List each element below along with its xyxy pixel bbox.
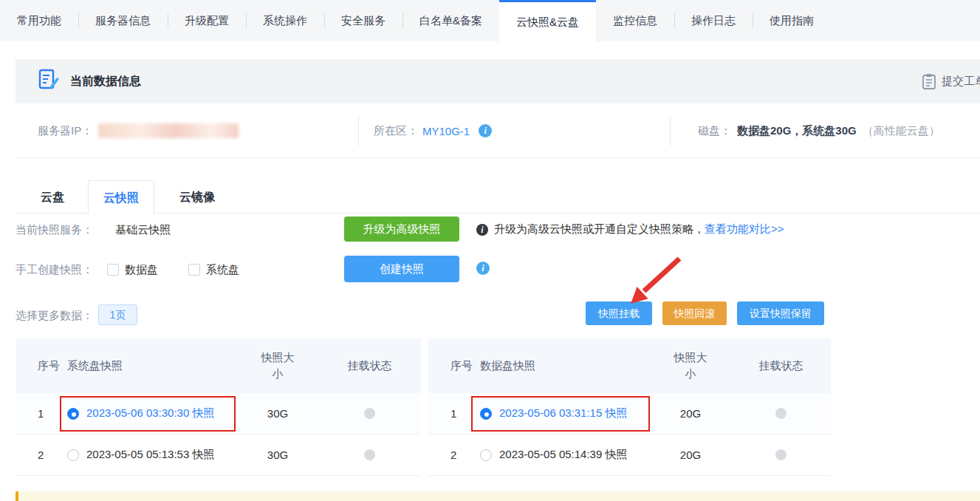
more-data-row: 选择更多数据： 1页 [16,309,980,323]
snapshot-radio[interactable] [480,449,492,461]
data-disk-option[interactable]: 数据盘 [107,263,158,277]
disk-value: 数据盘20G，系统盘30G [737,124,857,138]
nav-tab-monitor[interactable]: 监控信息 [596,0,674,41]
snapshot-size: 30G [237,407,318,420]
row-index: 2 [428,449,480,461]
snapshot-service-row: 当前快照服务： 基础云快照 升级为高级快照 i 升级为高级云快照或开通自定义快照… [16,223,980,237]
page-1-button[interactable]: 1页 [98,304,137,325]
mount-status-dot [775,408,787,419]
divider [358,116,359,146]
server-ip-label: 服务器IP： [38,124,92,138]
col-status: 挂载状态 [731,359,831,373]
upgrade-tip-text: 升级为高级云快照或开通自定义快照策略， [494,222,705,236]
create-snapshot-info-icon[interactable]: i [476,262,490,275]
nav-tab-logs[interactable]: 操作日志 [674,0,753,41]
nav-tab-common[interactable]: 常用功能 [0,0,78,41]
table-row: 2 2023-05-05 05:13:53 快照 30G [16,434,421,476]
col-index: 序号 [16,359,67,373]
system-disk-option-label: 系统盘 [206,263,239,276]
col-status: 挂载状态 [318,359,421,373]
zone-label: 所在区： [374,124,418,138]
snapshot-size: 30G [237,449,318,461]
upgrade-snapshot-button[interactable]: 升级为高级快照 [344,217,459,242]
create-snapshot-button[interactable]: 创建快照 [344,256,459,282]
snapshot-service-label: 当前快照服务： [16,223,93,236]
submit-ticket-label: 提交工单 [942,75,980,89]
col-index: 序号 [428,359,480,373]
table-row: 1 2023-05-06 03:30:30 快照 30G [16,393,421,434]
disk-field: 磁盘： 数据盘20G，系统盘30G （高性能云盘） [698,103,940,158]
table-header: 序号 数据盘快照 快照大小 挂载状态 [428,338,831,393]
mount-status-dot [364,449,375,460]
snapshot-retention-button[interactable]: 设置快照保留 [737,301,824,325]
divider [670,116,671,146]
row-index: 1 [16,407,67,420]
page-title: 当前数据信息 [70,74,141,89]
server-ip-redacted [98,123,239,138]
notice-strip [16,491,980,501]
data-snapshot-table: 序号 数据盘快照 快照大小 挂载状态 1 2023-05-06 03:31:15… [428,338,831,476]
zone-field: 所在区： MY10G-1 i [374,103,492,158]
server-ip-field: 服务器IP： [38,103,239,158]
snapshot-size: 20G [650,449,731,461]
table-row: 2 2023-05-05 05:14:39 快照 20G [428,434,831,476]
col-size: 快照大小 [650,350,731,383]
upgrade-info-icon: i [476,224,488,236]
header-bar: 当前数据信息 提交工单 [16,59,980,103]
col-name: 系统盘快照 [67,359,237,373]
nav-tab-snapshot-disk[interactable]: 云快照&云盘 [499,0,596,41]
data-disk-checkbox[interactable] [107,264,119,276]
mount-status-dot [364,408,375,419]
snapshot-rollback-button[interactable]: 快照回滚 [662,301,727,325]
col-size: 快照大小 [237,350,318,383]
mount-status-dot [775,449,787,460]
col-name: 数据盘快照 [480,359,650,373]
table-header: 序号 系统盘快照 快照大小 挂载状态 [16,338,421,393]
tab-cloud-image[interactable]: 云镜像 [165,180,230,214]
snapshot-radio[interactable] [67,408,79,420]
system-disk-option[interactable]: 系统盘 [188,263,239,277]
disk-label: 磁盘： [698,124,731,138]
snapshot-radio[interactable] [67,449,79,461]
disk-note: （高性能云盘） [863,124,940,138]
snapshot-size: 20G [650,407,731,420]
table-row: 1 2023-05-06 03:31:15 快照 20G [428,393,831,434]
snapshot-name[interactable]: 2023-05-05 05:14:39 快照 [499,448,627,462]
nav-tab-security[interactable]: 安全服务 [324,0,402,41]
nav-tab-whitelist[interactable]: 白名单&备案 [402,0,499,41]
row-index: 1 [428,407,480,420]
nav-tab-guide[interactable]: 使用指南 [753,0,831,41]
snapshot-radio[interactable] [480,408,492,420]
nav-tab-server-info[interactable]: 服务器信息 [78,0,168,41]
nav-tab-upgrade[interactable]: 升级配置 [168,0,246,41]
snapshot-name-link[interactable]: 2023-05-06 03:30:30 快照 [86,406,214,420]
system-snapshot-table: 序号 系统盘快照 快照大小 挂载状态 1 2023-05-06 03:30:30… [16,338,421,476]
snapshot-mount-button[interactable]: 快照挂载 [586,301,652,325]
top-nav: 常用功能 服务器信息 升级配置 系统操作 安全服务 白名单&备案 云快照&云盘 … [0,0,980,41]
snapshot-name-link[interactable]: 2023-05-06 03:31:15 快照 [499,406,627,420]
sub-tabs: 云盘 云快照 云镜像 [16,180,980,214]
tab-cloud-snapshot[interactable]: 云快照 [88,180,154,214]
snapshot-service-value: 基础云快照 [115,223,171,236]
nav-tab-system-ops[interactable]: 系统操作 [246,0,324,41]
manual-create-row: 手工创建快照： 数据盘 系统盘 创建快照 i [16,263,980,277]
submit-ticket-button[interactable]: 提交工单 [922,59,980,103]
more-data-label: 选择更多数据： [16,309,93,321]
tab-cloud-disk[interactable]: 云盘 [26,180,79,214]
server-info-row: 服务器IP： 所在区： MY10G-1 i 磁盘： 数据盘20G，系统盘30G … [16,103,980,158]
row-index: 2 [16,449,67,461]
zone-value: MY10G-1 [422,125,470,137]
manual-create-label: 手工创建快照： [16,263,93,276]
snapshot-name[interactable]: 2023-05-05 05:13:53 快照 [86,448,214,462]
zone-info-icon[interactable]: i [479,124,492,137]
document-edit-icon [38,69,60,94]
data-disk-option-label: 数据盘 [125,263,158,276]
system-disk-checkbox[interactable] [188,264,200,276]
clipboard-icon [922,73,936,89]
feature-compare-link[interactable]: 查看功能对比>> [705,222,784,236]
